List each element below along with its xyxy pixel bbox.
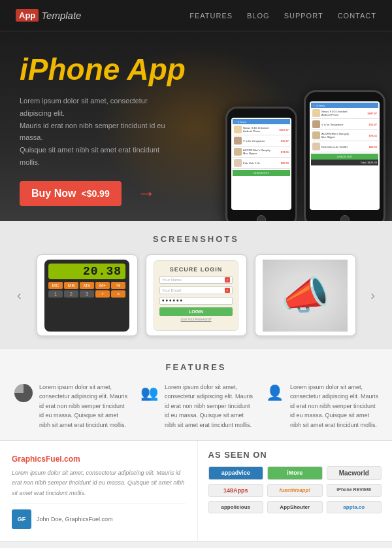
footer: Copyright © 2012, AppTemplate. All right… — [0, 541, 392, 548]
features-section: FEATURES Lorem ipsum dolor sit amet, con… — [0, 349, 392, 440]
bottom-section: GraphicsFuel.com Lorem ipsum dolor sit a… — [0, 440, 392, 541]
nav-support[interactable]: SUPPORT — [284, 12, 323, 20]
home-btn-small — [257, 215, 266, 221]
brand-appadvice: appadvice — [208, 466, 264, 480]
calc-btn-m+: M+ — [95, 282, 110, 289]
header: App Template FEATURES BLOG SUPPORT CONTA… — [0, 0, 392, 31]
logo: App Template — [16, 9, 81, 22]
as-seen-title: AS SEEN ON — [208, 450, 382, 460]
nav-blog[interactable]: BLOG — [247, 12, 270, 20]
nav-contact[interactable]: CONTACT — [338, 12, 376, 20]
screenshot-calculator: 20.38 MC MR MS M+ % 1 2 3 + = — [37, 254, 138, 336]
feature-text-0: Lorem ipsum dolor sit amet, consectetur … — [39, 383, 128, 430]
price-label: <$0.99 — [81, 188, 109, 199]
author-name: John Doe, GraphicsFuel.com — [37, 516, 113, 522]
feature-icon-2: 👤 — [264, 383, 285, 403]
nav-features[interactable]: FEATURES — [189, 12, 233, 20]
calc-btn-2: 2 — [64, 290, 78, 298]
login-email-field: Your Email ✓ — [159, 286, 233, 294]
group-icon: 👤 — [266, 385, 284, 402]
calc-btn-plus: + — [95, 290, 110, 298]
hero-description: Lorem ipsum dolor sit amet, consectetur … — [20, 95, 176, 168]
login-name-field: Your Name ✓ — [159, 276, 233, 284]
author-avatar: GF — [12, 509, 31, 529]
testimonial: GraphicsFuel.com Lorem ipsum dolor sit a… — [0, 441, 198, 541]
logo-template-text: Template — [41, 10, 81, 21]
pie-chart-icon — [14, 384, 33, 402]
login-name-placeholder: Your Name — [162, 278, 223, 282]
calc-btn-ms: MS — [80, 282, 94, 289]
calculator-mock: 20.38 MC MR MS M+ % 1 2 3 + = — [44, 260, 129, 332]
main-nav: FEATURES BLOG SUPPORT CONTACT — [189, 12, 376, 20]
feature-text-1: Lorem ipsum dolor sit amet, consectetur … — [165, 383, 253, 430]
brand-apptaco: appta.co — [327, 501, 382, 513]
arrow-icon: → — [137, 183, 155, 204]
calc-buttons: MC MR MS M+ % 1 2 3 + = — [48, 282, 125, 298]
feature-text-2: Lorem ipsum dolor sit amet, consectetur … — [290, 383, 379, 430]
calc-btn-mc: MC — [48, 282, 63, 289]
login-button[interactable]: LOGIN — [159, 307, 233, 316]
screenshot-strip: ‹ 20.38 MC MR MS M+ % 1 2 3 + = — [13, 254, 379, 336]
login-email-icon: ✓ — [225, 288, 230, 293]
phone-small: 🛒 4 Items Nexus S 4G UnlockedAndroid Pho… — [225, 107, 297, 221]
logo-app-text: App — [16, 9, 39, 22]
feature-item-1: 👥 Lorem ipsum dolor sit amet, consectetu… — [139, 383, 253, 430]
screenshots-section: SCREENSHOTS ‹ 20.38 MC MR MS M+ % 1 2 3 — [0, 221, 392, 349]
screenshot-login: SECURE LOGIN Your Name ✓ Your Email ✓ ••… — [146, 254, 247, 336]
megaphone-mock: 📣 — [263, 260, 348, 332]
megaphone-icon: 📣 — [281, 272, 330, 318]
brand-macworld: Macworld — [327, 466, 382, 480]
login-password-field: •••••• — [159, 297, 233, 305]
login-mock: SECURE LOGIN Your Name ✓ Your Email ✓ ••… — [154, 260, 238, 331]
screenshots-row: 20.38 MC MR MS M+ % 1 2 3 + = — [32, 254, 361, 336]
hero-title: iPhone App — [20, 53, 372, 86]
calc-display: 20.38 — [48, 264, 125, 279]
login-title: SECURE LOGIN — [159, 266, 233, 273]
people-icon: 👥 — [140, 385, 158, 402]
next-arrow[interactable]: › — [367, 285, 379, 305]
app-ui-small: 🛒 4 Items Nexus S 4G UnlockedAndroid Pho… — [231, 118, 291, 177]
feature-icon-1: 👥 — [139, 383, 159, 403]
calc-btn-%: % — [111, 282, 125, 289]
hero-section: iPhone App Lorem ipsum dolor sit amet, c… — [0, 31, 392, 221]
features-title: FEATURES — [13, 362, 379, 372]
features-grid: Lorem ipsum dolor sit amet, consectetur … — [13, 383, 379, 430]
phone-screen-large: 🛒 4 Items Nexus S 4G UnlockedAndroid Pho… — [310, 101, 380, 210]
brand-148apps: 148Apps — [208, 484, 264, 497]
as-seen-on: AS SEEN ON appadvice iMore Macworld 148A… — [198, 441, 393, 541]
hero-phones: 🛒 4 Items Nexus S 4G UnlockedAndroid Pho… — [225, 90, 385, 221]
feature-icon-0 — [13, 383, 34, 403]
feature-item-2: 👤 Lorem ipsum dolor sit amet, consectetu… — [264, 383, 379, 430]
login-name-icon: ✓ — [225, 277, 230, 283]
home-btn-large — [340, 215, 350, 221]
calc-btn-1: 1 — [48, 290, 63, 298]
phone-large: 🛒 4 Items Nexus S 4G UnlockedAndroid Pho… — [304, 90, 385, 221]
testimonial-link[interactable]: GraphicsFuel.com — [12, 454, 80, 464]
calc-btn-mr: MR — [64, 282, 78, 289]
testimonial-author: GF John Doe, GraphicsFuel.com — [12, 504, 186, 529]
calc-btn-eq: = — [111, 290, 125, 298]
feature-item-0: Lorem ipsum dolor sit amet, consectetur … — [13, 383, 128, 430]
login-email-placeholder: Your Email — [162, 288, 223, 292]
checkout-bar: CHECK OUT — [233, 170, 290, 176]
screenshot-megaphone: 📣 — [255, 254, 356, 336]
calc-btn-3: 3 — [80, 290, 94, 298]
buy-label: Buy Now — [31, 188, 76, 199]
testimonial-text: Lorem ipsum dolor sit amet, consectetur … — [12, 468, 186, 498]
buy-now-button[interactable]: Buy Now <$0.99 — [20, 181, 122, 206]
brand-iphone-review: iPhone REVIEW — [327, 484, 382, 497]
screenshots-title: SCREENSHOTS — [13, 234, 379, 244]
brand-imore: iMore — [267, 466, 323, 480]
brands-grid: appadvice iMore Macworld 148Apps fusethi… — [208, 466, 382, 513]
brand-appolicious: appolicious — [208, 501, 264, 513]
brand-appshouter: AppShouter — [267, 501, 323, 513]
login-dots: •••••• — [162, 297, 184, 304]
brand-fusethisapp: fusethisapp! — [267, 484, 323, 497]
app-ui-large: 🛒 4 Items Nexus S 4G UnlockedAndroid Pho… — [310, 101, 380, 167]
prev-arrow[interactable]: ‹ — [13, 285, 25, 305]
login-forgot[interactable]: Lost Your Password? — [159, 317, 233, 321]
phone-screen-small: 🛒 4 Items Nexus S 4G UnlockedAndroid Pho… — [231, 118, 291, 210]
